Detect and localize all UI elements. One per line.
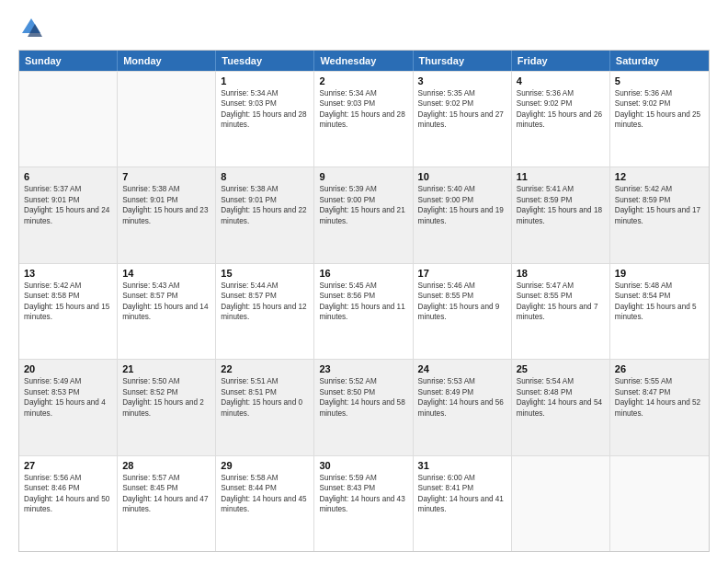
header-cell-friday: Friday <box>512 51 610 71</box>
daylight-text: Daylight: 15 hours and 19 minutes. <box>418 205 506 226</box>
daylight-text: Daylight: 15 hours and 12 minutes. <box>221 302 309 323</box>
calendar-row-3: 13Sunrise: 5:42 AMSunset: 8:58 PMDayligh… <box>19 263 709 359</box>
day-number: 5 <box>615 75 704 86</box>
sunset-text: Sunset: 8:44 PM <box>221 483 309 493</box>
sunrise-text: Sunrise: 5:45 AM <box>319 281 407 291</box>
day-number: 24 <box>418 363 506 374</box>
sunset-text: Sunset: 9:02 PM <box>517 98 605 109</box>
header-cell-wednesday: Wednesday <box>314 51 413 71</box>
header <box>18 15 710 40</box>
header-cell-tuesday: Tuesday <box>216 51 314 71</box>
sunset-text: Sunset: 8:56 PM <box>319 291 407 301</box>
sunrise-text: Sunrise: 5:50 AM <box>122 376 210 386</box>
daylight-text: Daylight: 15 hours and 18 minutes. <box>517 205 605 226</box>
empty-cell <box>512 456 610 551</box>
day-number: 2 <box>319 75 407 86</box>
day-cell-27: 27Sunrise: 5:56 AMSunset: 8:46 PMDayligh… <box>19 456 118 551</box>
day-cell-18: 18Sunrise: 5:47 AMSunset: 8:55 PMDayligh… <box>512 264 610 359</box>
day-cell-14: 14Sunrise: 5:43 AMSunset: 8:57 PMDayligh… <box>118 264 216 359</box>
day-cell-1: 1Sunrise: 5:34 AMSunset: 9:03 PMDaylight… <box>216 72 314 167</box>
day-cell-17: 17Sunrise: 5:46 AMSunset: 8:55 PMDayligh… <box>414 264 512 359</box>
calendar: SundayMondayTuesdayWednesdayThursdayFrid… <box>18 50 710 552</box>
sunset-text: Sunset: 8:57 PM <box>122 291 210 301</box>
sunrise-text: Sunrise: 5:46 AM <box>418 281 506 291</box>
sunrise-text: Sunrise: 5:49 AM <box>24 376 112 386</box>
daylight-text: Daylight: 14 hours and 41 minutes. <box>418 494 506 515</box>
day-cell-31: 31Sunrise: 6:00 AMSunset: 8:41 PMDayligh… <box>414 456 512 551</box>
day-number: 7 <box>122 171 210 182</box>
sunset-text: Sunset: 8:57 PM <box>221 291 309 301</box>
daylight-text: Daylight: 14 hours and 54 minutes. <box>517 397 605 419</box>
daylight-text: Daylight: 14 hours and 45 minutes. <box>221 494 309 515</box>
sunrise-text: Sunrise: 5:43 AM <box>122 281 210 291</box>
day-number: 9 <box>319 171 407 182</box>
daylight-text: Daylight: 15 hours and 15 minutes. <box>24 302 112 323</box>
day-number: 8 <box>221 171 309 182</box>
header-cell-monday: Monday <box>118 51 216 71</box>
sunset-text: Sunset: 8:49 PM <box>418 387 506 397</box>
calendar-row-4: 20Sunrise: 5:49 AMSunset: 8:53 PMDayligh… <box>19 359 709 454</box>
day-number: 20 <box>24 363 112 374</box>
sunset-text: Sunset: 8:58 PM <box>24 291 112 301</box>
daylight-text: Daylight: 15 hours and 2 minutes. <box>122 397 210 419</box>
day-cell-29: 29Sunrise: 5:58 AMSunset: 8:44 PMDayligh… <box>216 456 314 551</box>
day-number: 29 <box>221 460 309 471</box>
daylight-text: Daylight: 15 hours and 23 minutes. <box>122 205 210 226</box>
day-cell-13: 13Sunrise: 5:42 AMSunset: 8:58 PMDayligh… <box>19 264 118 359</box>
day-cell-2: 2Sunrise: 5:34 AMSunset: 9:03 PMDaylight… <box>314 72 413 167</box>
sunrise-text: Sunrise: 5:39 AM <box>319 184 407 194</box>
sunset-text: Sunset: 9:01 PM <box>221 195 309 205</box>
day-cell-24: 24Sunrise: 5:53 AMSunset: 8:49 PMDayligh… <box>414 360 512 454</box>
day-number: 28 <box>122 460 210 471</box>
sunset-text: Sunset: 8:59 PM <box>615 195 704 205</box>
daylight-text: Daylight: 14 hours and 52 minutes. <box>615 397 704 419</box>
day-number: 17 <box>418 268 506 279</box>
day-cell-9: 9Sunrise: 5:39 AMSunset: 9:00 PMDaylight… <box>314 167 413 262</box>
day-number: 18 <box>517 268 605 279</box>
sunset-text: Sunset: 8:52 PM <box>122 387 210 397</box>
sunset-text: Sunset: 8:46 PM <box>24 483 112 493</box>
sunrise-text: Sunrise: 5:53 AM <box>418 376 506 386</box>
day-cell-30: 30Sunrise: 5:59 AMSunset: 8:43 PMDayligh… <box>314 456 413 551</box>
sunset-text: Sunset: 8:50 PM <box>319 387 407 397</box>
day-cell-11: 11Sunrise: 5:41 AMSunset: 8:59 PMDayligh… <box>512 167 610 262</box>
sunrise-text: Sunrise: 5:48 AM <box>615 281 704 291</box>
day-cell-12: 12Sunrise: 5:42 AMSunset: 8:59 PMDayligh… <box>610 167 709 262</box>
sunrise-text: Sunrise: 5:41 AM <box>517 184 605 194</box>
daylight-text: Daylight: 15 hours and 4 minutes. <box>24 397 112 419</box>
sunrise-text: Sunrise: 5:56 AM <box>24 473 112 483</box>
sunset-text: Sunset: 8:47 PM <box>615 387 704 397</box>
sunset-text: Sunset: 9:03 PM <box>319 98 407 109</box>
daylight-text: Daylight: 14 hours and 56 minutes. <box>418 397 506 419</box>
sunrise-text: Sunrise: 5:44 AM <box>221 281 309 291</box>
daylight-text: Daylight: 15 hours and 5 minutes. <box>615 302 704 323</box>
day-number: 25 <box>517 363 605 374</box>
sunrise-text: Sunrise: 5:34 AM <box>319 88 407 98</box>
day-cell-3: 3Sunrise: 5:35 AMSunset: 9:02 PMDaylight… <box>414 72 512 167</box>
sunrise-text: Sunrise: 6:00 AM <box>418 473 506 483</box>
day-number: 26 <box>615 363 704 374</box>
daylight-text: Daylight: 15 hours and 17 minutes. <box>615 205 704 226</box>
sunrise-text: Sunrise: 5:55 AM <box>615 376 704 386</box>
sunset-text: Sunset: 8:59 PM <box>517 195 605 205</box>
sunset-text: Sunset: 9:00 PM <box>418 195 506 205</box>
day-number: 16 <box>319 268 407 279</box>
day-cell-7: 7Sunrise: 5:38 AMSunset: 9:01 PMDaylight… <box>118 167 216 262</box>
day-number: 27 <box>24 460 112 471</box>
sunrise-text: Sunrise: 5:37 AM <box>24 184 112 194</box>
day-number: 10 <box>418 171 506 182</box>
sunset-text: Sunset: 8:53 PM <box>24 387 112 397</box>
empty-cell <box>19 72 118 167</box>
sunset-text: Sunset: 8:55 PM <box>517 291 605 301</box>
daylight-text: Daylight: 15 hours and 21 minutes. <box>319 205 407 226</box>
sunset-text: Sunset: 9:03 PM <box>221 98 309 109</box>
logo-icon <box>18 15 44 40</box>
day-number: 14 <box>122 268 210 279</box>
daylight-text: Daylight: 15 hours and 27 minutes. <box>418 109 506 131</box>
day-cell-25: 25Sunrise: 5:54 AMSunset: 8:48 PMDayligh… <box>512 360 610 454</box>
sunrise-text: Sunrise: 5:54 AM <box>517 376 605 386</box>
daylight-text: Daylight: 15 hours and 7 minutes. <box>517 302 605 323</box>
day-number: 1 <box>221 75 309 86</box>
sunset-text: Sunset: 8:48 PM <box>517 387 605 397</box>
sunset-text: Sunset: 8:51 PM <box>221 387 309 397</box>
